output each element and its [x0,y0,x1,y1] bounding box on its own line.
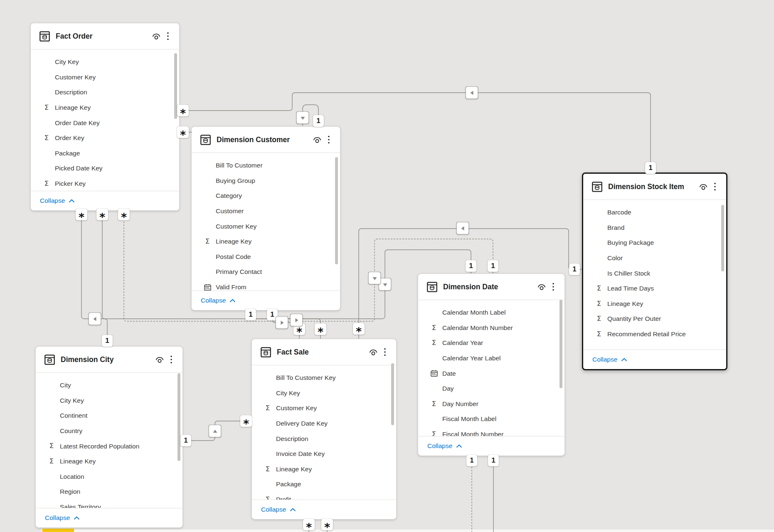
table-card-dimension-customer[interactable]: Dimension Customer Bill To Customer Buyi… [191,126,340,310]
table-field[interactable]: Σ Lineage Key [192,234,340,249]
table-field[interactable]: Bill To Customer Key [252,370,396,386]
table-field[interactable]: Σ Fiscal Month Number [418,427,564,436]
more-options-icon[interactable] [163,32,173,41]
filter-direction-arrow-right[interactable] [291,314,303,326]
cardinality-many-badge[interactable]: * [177,126,189,138]
table-card-dimension-city[interactable]: Dimension City City City Key Continent [35,346,183,528]
fields-scrollbar[interactable] [560,300,562,388]
table-header[interactable]: Dimension Customer [192,127,340,153]
cardinality-many-badge[interactable]: * [303,519,315,530]
table-field[interactable]: Barcode [583,205,726,220]
table-field[interactable]: Sales Territory [36,500,182,508]
table-field[interactable]: Date [418,366,564,381]
table-field[interactable]: Σ Lead Time Days [583,281,726,296]
cardinality-one-badge[interactable]: 1 [488,260,498,272]
table-card-dimension-date[interactable]: Dimension Date Calendar Month Label Σ Ca… [418,273,565,456]
fields-scrollbar[interactable] [177,373,180,461]
table-field[interactable]: Is Chiller Stock [583,266,726,281]
table-field[interactable]: Σ Lineage Key [252,462,396,477]
table-field[interactable]: Description [31,85,179,100]
cardinality-many-badge[interactable]: * [76,209,87,220]
collapse-link[interactable]: Collapse [192,291,340,310]
eye-icon[interactable] [697,182,710,191]
cardinality-many-badge[interactable]: * [177,105,189,116]
table-field[interactable]: Location [36,469,182,485]
table-field[interactable]: Σ Lineage Key [31,100,179,116]
eye-icon[interactable] [311,135,323,144]
table-field[interactable]: Customer Key [31,70,179,85]
cardinality-many-badge[interactable]: * [321,519,333,530]
collapse-link[interactable]: Collapse [583,350,726,369]
table-field[interactable]: Buying Package [583,235,726,251]
cardinality-one-badge[interactable]: 1 [488,455,499,466]
table-field[interactable]: Package [31,146,179,161]
table-field[interactable]: Country [36,424,182,439]
cardinality-many-badge[interactable]: * [118,209,130,220]
filter-direction-arrow-down[interactable] [369,272,381,284]
more-options-icon[interactable] [166,355,177,364]
table-field[interactable]: Region [36,484,182,500]
table-card-fact-order[interactable]: Fact Order City Key Customer Key Descr [30,23,180,211]
relationship-line-fact-order-to-city[interactable] [81,210,107,346]
eye-icon[interactable] [153,355,166,364]
cardinality-one-badge[interactable]: 1 [466,260,476,272]
collapse-link[interactable]: Collapse [36,508,182,527]
collapse-link[interactable]: Collapse [418,436,564,456]
table-field[interactable]: Σ Profit [252,492,396,500]
table-field[interactable]: Σ Lineage Key [583,296,726,312]
table-field[interactable]: City Key [36,393,182,409]
filter-direction-arrow-right[interactable] [276,317,288,329]
table-card-dimension-stock-item[interactable]: Dimension Stock Item Barcode Brand Buy [582,172,727,370]
table-field[interactable]: City Key [252,386,396,401]
eye-icon[interactable] [150,32,163,41]
cardinality-one-badge[interactable]: 1 [569,264,580,275]
table-field[interactable]: Invoice Date Key [252,446,396,462]
table-field[interactable]: Σ Lineage Key [36,454,182,469]
table-field[interactable]: Σ Calendar Year [418,335,564,351]
table-field[interactable]: Buying Group [192,173,340,189]
table-card-fact-sale[interactable]: Fact Sale Bill To Customer Key City Key … [251,339,397,520]
eye-icon[interactable] [367,347,380,357]
table-field[interactable]: Bill To Customer [192,158,340,173]
more-options-icon[interactable] [548,282,559,291]
table-field[interactable]: Category [192,188,340,204]
table-field[interactable]: Brand [583,220,726,236]
more-options-icon[interactable] [710,182,720,191]
more-options-icon[interactable] [380,347,390,357]
cardinality-one-badge[interactable]: 1 [645,162,656,174]
table-field[interactable]: Fiscal Month Label [418,411,564,427]
filter-direction-arrow-up[interactable] [209,425,221,437]
table-field[interactable]: Σ Latest Recorded Population [36,438,182,454]
table-field[interactable]: Σ Calendar Month Number [418,320,564,336]
table-field[interactable]: Calendar Year Label [418,351,564,366]
table-field[interactable]: Picked Date Key [31,161,179,176]
cardinality-many-badge[interactable]: * [353,323,365,335]
table-field[interactable]: Order Date Key [31,115,179,131]
table-field[interactable]: Package [252,477,396,492]
collapse-link[interactable]: Collapse [31,191,179,210]
table-field[interactable]: Σ Order Key [31,131,179,146]
table-field[interactable]: Continent [36,408,182,424]
table-field[interactable]: Σ Recommended Retail Price [583,327,726,342]
filter-direction-arrow-down[interactable] [297,112,309,124]
fields-scrollbar[interactable] [721,205,724,271]
table-field[interactable]: Day [418,381,564,397]
cardinality-one-badge[interactable]: 1 [180,435,191,446]
cardinality-one-badge[interactable]: 1 [466,455,477,466]
fields-scrollbar[interactable] [335,157,338,264]
fields-scrollbar[interactable] [174,53,177,119]
cardinality-many-badge[interactable]: * [96,209,108,220]
cardinality-many-badge[interactable]: * [240,415,252,427]
table-field[interactable]: Primary Contact [192,264,340,280]
table-field[interactable]: Color [583,251,726,266]
table-field[interactable]: Valid From [192,280,340,291]
cardinality-one-badge[interactable]: 1 [313,115,324,127]
table-header[interactable]: Dimension Stock Item [583,174,726,200]
table-field[interactable]: Σ Picker Key [31,176,179,191]
cardinality-one-badge[interactable]: 1 [102,335,113,347]
table-header[interactable]: Dimension City [36,347,182,373]
fields-scrollbar[interactable] [391,363,394,425]
table-field[interactable]: Delivery Date Key [252,416,396,431]
filter-direction-arrow-left[interactable] [457,222,469,234]
table-field[interactable]: Description [252,431,396,446]
